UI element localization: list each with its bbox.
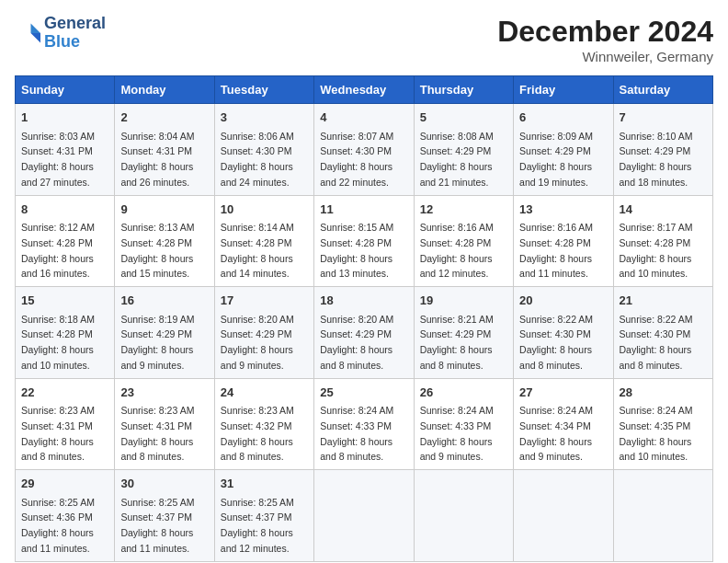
day-info: Sunrise: 8:07 AMSunset: 4:30 PMDaylight:… bbox=[320, 131, 393, 188]
location: Winnweiler, Germany bbox=[497, 49, 713, 64]
day-number: 8 bbox=[21, 201, 108, 219]
calendar-day-cell: 17 Sunrise: 8:20 AMSunset: 4:29 PMDaylig… bbox=[214, 287, 313, 379]
calendar-day-cell: 30 Sunrise: 8:25 AMSunset: 4:37 PMDaylig… bbox=[115, 470, 214, 562]
day-number: 26 bbox=[420, 384, 507, 402]
calendar-day-cell: 26 Sunrise: 8:24 AMSunset: 4:33 PMDaylig… bbox=[414, 378, 513, 470]
calendar-day-cell: 4 Sunrise: 8:07 AMSunset: 4:30 PMDayligh… bbox=[314, 104, 414, 196]
weekday-header-friday: Friday bbox=[514, 76, 613, 104]
day-number: 11 bbox=[320, 201, 407, 219]
weekday-header-sunday: Sunday bbox=[16, 76, 115, 104]
day-info: Sunrise: 8:03 AMSunset: 4:31 PMDaylight:… bbox=[21, 131, 95, 188]
day-number: 1 bbox=[21, 109, 108, 127]
day-number: 30 bbox=[120, 475, 208, 493]
weekday-header-tuesday: Tuesday bbox=[214, 76, 313, 104]
calendar-day-cell: 10 Sunrise: 8:14 AMSunset: 4:28 PMDaylig… bbox=[214, 195, 313, 287]
calendar-week-row: 22 Sunrise: 8:23 AMSunset: 4:31 PMDaylig… bbox=[16, 378, 713, 470]
day-info: Sunrise: 8:25 AMSunset: 4:36 PMDaylight:… bbox=[21, 497, 95, 554]
calendar-day-cell: 13 Sunrise: 8:16 AMSunset: 4:28 PMDaylig… bbox=[514, 195, 613, 287]
day-info: Sunrise: 8:24 AMSunset: 4:33 PMDaylight:… bbox=[320, 405, 393, 462]
calendar-day-cell bbox=[613, 470, 712, 562]
day-number: 24 bbox=[221, 384, 308, 402]
calendar-day-cell: 7 Sunrise: 8:10 AMSunset: 4:29 PMDayligh… bbox=[613, 104, 712, 196]
calendar-week-row: 1 Sunrise: 8:03 AMSunset: 4:31 PMDayligh… bbox=[16, 104, 713, 196]
day-number: 18 bbox=[320, 292, 407, 310]
day-number: 29 bbox=[21, 475, 108, 493]
day-info: Sunrise: 8:19 AMSunset: 4:29 PMDaylight:… bbox=[120, 314, 194, 371]
calendar-day-cell: 20 Sunrise: 8:22 AMSunset: 4:30 PMDaylig… bbox=[514, 287, 613, 379]
calendar-day-cell bbox=[414, 470, 513, 562]
calendar-day-cell: 6 Sunrise: 8:09 AMSunset: 4:29 PMDayligh… bbox=[514, 104, 613, 196]
calendar-day-cell: 3 Sunrise: 8:06 AMSunset: 4:30 PMDayligh… bbox=[214, 104, 313, 196]
day-number: 25 bbox=[320, 384, 407, 402]
day-info: Sunrise: 8:24 AMSunset: 4:34 PMDaylight:… bbox=[519, 405, 593, 462]
calendar-day-cell: 27 Sunrise: 8:24 AMSunset: 4:34 PMDaylig… bbox=[514, 378, 613, 470]
day-info: Sunrise: 8:25 AMSunset: 4:37 PMDaylight:… bbox=[221, 497, 294, 554]
day-number: 2 bbox=[120, 109, 208, 127]
day-number: 27 bbox=[519, 384, 607, 402]
calendar-day-cell: 1 Sunrise: 8:03 AMSunset: 4:31 PMDayligh… bbox=[16, 104, 115, 196]
calendar-week-row: 29 Sunrise: 8:25 AMSunset: 4:36 PMDaylig… bbox=[16, 470, 713, 562]
day-number: 10 bbox=[221, 201, 308, 219]
day-info: Sunrise: 8:13 AMSunset: 4:28 PMDaylight:… bbox=[120, 222, 194, 279]
day-info: Sunrise: 8:23 AMSunset: 4:31 PMDaylight:… bbox=[21, 405, 95, 462]
weekday-header-saturday: Saturday bbox=[613, 76, 712, 104]
day-info: Sunrise: 8:04 AMSunset: 4:31 PMDaylight:… bbox=[120, 131, 194, 188]
calendar-day-cell: 21 Sunrise: 8:22 AMSunset: 4:30 PMDaylig… bbox=[613, 287, 712, 379]
month-title: December 2024 bbox=[497, 15, 713, 49]
weekday-header-wednesday: Wednesday bbox=[314, 76, 414, 104]
day-number: 31 bbox=[221, 475, 308, 493]
calendar-day-cell bbox=[514, 470, 613, 562]
day-number: 9 bbox=[120, 201, 208, 219]
calendar-day-cell: 29 Sunrise: 8:25 AMSunset: 4:36 PMDaylig… bbox=[16, 470, 115, 562]
page-header: General Blue December 2024 Winnweiler, G… bbox=[15, 15, 713, 64]
calendar-day-cell: 19 Sunrise: 8:21 AMSunset: 4:29 PMDaylig… bbox=[414, 287, 513, 379]
day-info: Sunrise: 8:17 AMSunset: 4:28 PMDaylight:… bbox=[620, 222, 693, 279]
day-info: Sunrise: 8:23 AMSunset: 4:32 PMDaylight:… bbox=[221, 405, 294, 462]
day-number: 13 bbox=[519, 201, 607, 219]
weekday-header-thursday: Thursday bbox=[414, 76, 513, 104]
calendar-day-cell: 24 Sunrise: 8:23 AMSunset: 4:32 PMDaylig… bbox=[214, 378, 313, 470]
calendar-day-cell: 16 Sunrise: 8:19 AMSunset: 4:29 PMDaylig… bbox=[115, 287, 214, 379]
day-number: 14 bbox=[620, 201, 707, 219]
calendar-day-cell: 22 Sunrise: 8:23 AMSunset: 4:31 PMDaylig… bbox=[16, 378, 115, 470]
day-number: 16 bbox=[120, 292, 208, 310]
day-number: 6 bbox=[519, 109, 607, 127]
weekday-header-monday: Monday bbox=[115, 76, 214, 104]
day-info: Sunrise: 8:20 AMSunset: 4:29 PMDaylight:… bbox=[221, 314, 294, 371]
day-number: 17 bbox=[221, 292, 308, 310]
calendar-day-cell: 5 Sunrise: 8:08 AMSunset: 4:29 PMDayligh… bbox=[414, 104, 513, 196]
day-number: 7 bbox=[620, 109, 707, 127]
day-number: 5 bbox=[420, 109, 507, 127]
day-info: Sunrise: 8:16 AMSunset: 4:28 PMDaylight:… bbox=[420, 222, 494, 279]
day-info: Sunrise: 8:24 AMSunset: 4:33 PMDaylight:… bbox=[420, 405, 494, 462]
day-info: Sunrise: 8:12 AMSunset: 4:28 PMDaylight:… bbox=[21, 222, 95, 279]
day-info: Sunrise: 8:15 AMSunset: 4:28 PMDaylight:… bbox=[320, 222, 393, 279]
day-info: Sunrise: 8:20 AMSunset: 4:29 PMDaylight:… bbox=[320, 314, 393, 371]
day-number: 12 bbox=[420, 201, 507, 219]
logo-icon bbox=[15, 20, 40, 46]
day-number: 20 bbox=[519, 292, 607, 310]
day-number: 3 bbox=[221, 109, 308, 127]
svg-marker-0 bbox=[31, 23, 41, 33]
calendar-day-cell: 11 Sunrise: 8:15 AMSunset: 4:28 PMDaylig… bbox=[314, 195, 414, 287]
day-info: Sunrise: 8:08 AMSunset: 4:29 PMDaylight:… bbox=[420, 131, 494, 188]
calendar-body: 1 Sunrise: 8:03 AMSunset: 4:31 PMDayligh… bbox=[16, 104, 713, 562]
calendar-day-cell: 31 Sunrise: 8:25 AMSunset: 4:37 PMDaylig… bbox=[214, 470, 313, 562]
calendar-day-cell: 23 Sunrise: 8:23 AMSunset: 4:31 PMDaylig… bbox=[115, 378, 214, 470]
logo-text: General Blue bbox=[44, 15, 106, 52]
day-info: Sunrise: 8:22 AMSunset: 4:30 PMDaylight:… bbox=[620, 314, 693, 371]
day-info: Sunrise: 8:21 AMSunset: 4:29 PMDaylight:… bbox=[420, 314, 494, 371]
day-info: Sunrise: 8:10 AMSunset: 4:29 PMDaylight:… bbox=[620, 131, 693, 188]
day-info: Sunrise: 8:09 AMSunset: 4:29 PMDaylight:… bbox=[519, 131, 593, 188]
title-block: December 2024 Winnweiler, Germany bbox=[497, 15, 713, 64]
calendar-day-cell: 12 Sunrise: 8:16 AMSunset: 4:28 PMDaylig… bbox=[414, 195, 513, 287]
calendar-table: SundayMondayTuesdayWednesdayThursdayFrid… bbox=[15, 75, 713, 562]
day-info: Sunrise: 8:22 AMSunset: 4:30 PMDaylight:… bbox=[519, 314, 593, 371]
calendar-day-cell: 2 Sunrise: 8:04 AMSunset: 4:31 PMDayligh… bbox=[115, 104, 214, 196]
day-number: 23 bbox=[120, 384, 208, 402]
logo: General Blue bbox=[15, 15, 106, 52]
day-info: Sunrise: 8:23 AMSunset: 4:31 PMDaylight:… bbox=[120, 405, 194, 462]
day-number: 4 bbox=[320, 109, 407, 127]
calendar-day-cell: 28 Sunrise: 8:24 AMSunset: 4:35 PMDaylig… bbox=[613, 378, 712, 470]
calendar-day-cell: 25 Sunrise: 8:24 AMSunset: 4:33 PMDaylig… bbox=[314, 378, 414, 470]
